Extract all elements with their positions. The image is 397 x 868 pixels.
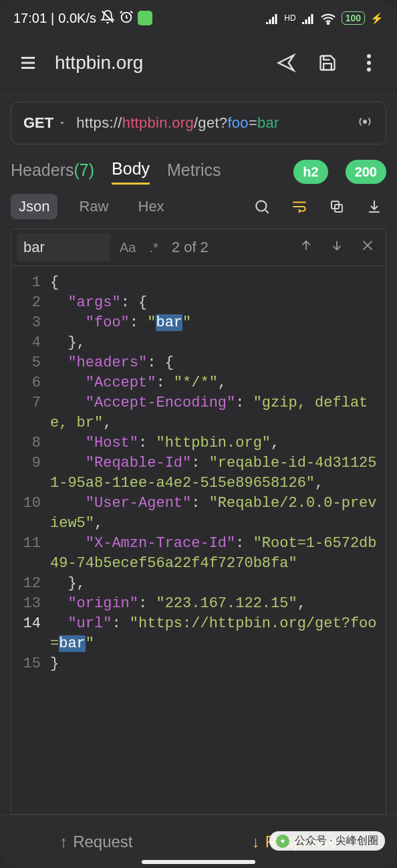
code-line: 8 "Host": "httpbin.org", — [11, 433, 382, 453]
code-line: 6 "Accept": "*/*", — [11, 373, 382, 393]
regex-toggle[interactable]: .* — [145, 240, 162, 255]
line-number: 7 — [11, 393, 50, 413]
fmt-raw-button[interactable]: Raw — [71, 194, 116, 219]
line-number: 3 — [11, 313, 50, 333]
signal-icon — [265, 12, 279, 24]
chevron-down-icon — [57, 118, 67, 128]
arrow-up-icon: ↑ — [59, 833, 68, 851]
watermark: ✦ 公众号 · 尖峰创圈 — [269, 831, 385, 851]
code-line: 3 "foo": "bar" — [11, 313, 382, 333]
code-line: 10 "User-Agent": "Reqable/2.0.0-preview5… — [11, 494, 382, 534]
line-number: 12 — [11, 574, 50, 594]
line-number: 6 — [11, 373, 50, 393]
code-line: 7 "Accept-Encoding": "gzip, deflate, br"… — [11, 393, 382, 433]
broadcast-button[interactable] — [350, 113, 380, 133]
code-line: 1{ — [11, 273, 382, 293]
wifi-icon — [320, 11, 336, 25]
line-number: 9 — [11, 453, 50, 473]
code-content: "Accept": "*/*", — [50, 373, 382, 393]
save-button[interactable] — [313, 48, 342, 78]
svg-point-8 — [367, 68, 371, 72]
code-content: "foo": "bar" — [50, 313, 382, 333]
svg-point-7 — [367, 61, 371, 65]
match-counter: 2 of 2 — [172, 239, 209, 256]
home-indicator[interactable] — [142, 860, 255, 864]
arrow-down-icon: ↓ — [252, 833, 260, 851]
next-match-button[interactable] — [324, 238, 350, 257]
code-line: 13 "origin": "223.167.122.15", — [11, 594, 382, 614]
charging-icon: ⚡ — [370, 12, 384, 25]
url-bar: GET https://httpbin.org/get?foo=bar — [11, 102, 386, 144]
android-status-bar: 17:01 | 0.0K/s HD 100 ⚡ — [0, 0, 397, 36]
code-line: 5 "headers": { — [11, 353, 382, 373]
status-left: 17:01 | 0.0K/s — [13, 9, 152, 27]
code-content: "args": { — [50, 293, 382, 313]
code-line: 12 }, — [11, 574, 382, 594]
code-content: }, — [50, 333, 382, 353]
overflow-menu-button[interactable] — [354, 48, 384, 78]
signal2-icon — [301, 12, 315, 24]
notification-bell-off-icon — [100, 9, 115, 27]
send-button[interactable] — [271, 48, 301, 78]
battery-indicator: 100 — [342, 11, 365, 25]
code-line: 2 "args": { — [11, 293, 382, 313]
code-content: "User-Agent": "Reqable/2.0.0-preview5", — [50, 494, 382, 534]
match-case-toggle[interactable]: Aa — [116, 240, 140, 255]
code-content: "headers": { — [50, 353, 382, 373]
status-right: HD 100 ⚡ — [265, 11, 384, 25]
svg-point-2 — [327, 23, 329, 25]
close-search-button[interactable] — [355, 238, 380, 257]
prev-match-button[interactable] — [293, 238, 319, 257]
svg-point-9 — [364, 120, 366, 123]
code-content: "X-Amzn-Trace-Id": "Root=1-6572db49-74b5… — [50, 534, 382, 574]
request-tab-button[interactable]: ↑ Request — [59, 833, 132, 851]
svg-line-11 — [265, 210, 269, 213]
line-number: 13 — [11, 594, 50, 614]
http-method-dropdown[interactable]: GET — [17, 114, 74, 132]
fmt-hex-button[interactable]: Hex — [130, 194, 172, 219]
http-method-label: GET — [23, 114, 53, 132]
tab-metrics[interactable]: Metrics — [167, 160, 221, 184]
tab-headers[interactable]: Headers(7) — [11, 160, 94, 184]
status-code-badge: 200 — [346, 160, 386, 184]
fmt-json-button[interactable]: Json — [11, 194, 57, 219]
line-number: 1 — [11, 273, 50, 293]
app-screen: 17:01 | 0.0K/s HD 100 ⚡ httpbin.org — [0, 0, 397, 868]
url-input[interactable]: https://httpbin.org/get?foo=bar — [76, 114, 347, 132]
response-body-viewer[interactable]: 1{2 "args": {3 "foo": "bar"4 },5 "header… — [11, 266, 386, 815]
alarm-icon — [119, 9, 134, 27]
svg-point-10 — [256, 201, 266, 211]
download-button[interactable] — [362, 199, 386, 215]
code-line: 14 "url": "https://httpbin.org/get?foo=b… — [11, 614, 382, 654]
code-content: "url": "https://httpbin.org/get?foo=bar" — [50, 614, 382, 654]
watermark-label: 公众号 · 尖峰创圈 — [295, 834, 378, 848]
status-sep: | — [51, 11, 54, 26]
copy-button[interactable] — [325, 199, 349, 215]
protocol-badge: h2 — [293, 160, 327, 184]
hd-label: HD — [284, 13, 295, 23]
word-wrap-button[interactable] — [287, 198, 311, 215]
code-line: 11 "X-Amzn-Trace-Id": "Root=1-6572db49-7… — [11, 534, 382, 574]
search-input[interactable] — [17, 233, 110, 261]
menu-button[interactable] — [13, 48, 43, 78]
status-time: 17:01 — [13, 11, 47, 26]
tab-body[interactable]: Body — [112, 159, 150, 185]
find-in-body-bar: Aa .* 2 of 2 — [11, 229, 386, 266]
code-content: { — [50, 273, 382, 293]
line-number: 11 — [11, 534, 50, 554]
code-content: } — [50, 654, 382, 674]
code-line: 4 }, — [11, 333, 382, 353]
app-badge-icon — [138, 11, 152, 25]
status-netspeed: 0.0K/s — [58, 11, 96, 26]
app-header: httpbin.org — [0, 36, 397, 90]
code-content: "Accept-Encoding": "gzip, deflate, br", — [50, 393, 382, 433]
line-number: 10 — [11, 494, 50, 514]
line-number: 14 — [11, 614, 50, 634]
line-number: 5 — [11, 353, 50, 373]
search-button[interactable] — [250, 198, 274, 215]
code-content: "origin": "223.167.122.15", — [50, 594, 382, 614]
code-content: "Reqable-Id": "reqable-id-4d311251-95a8-… — [50, 453, 382, 494]
line-number: 2 — [11, 293, 50, 313]
format-toolbar: Json Raw Hex — [11, 194, 386, 219]
code-content: }, — [50, 574, 382, 594]
